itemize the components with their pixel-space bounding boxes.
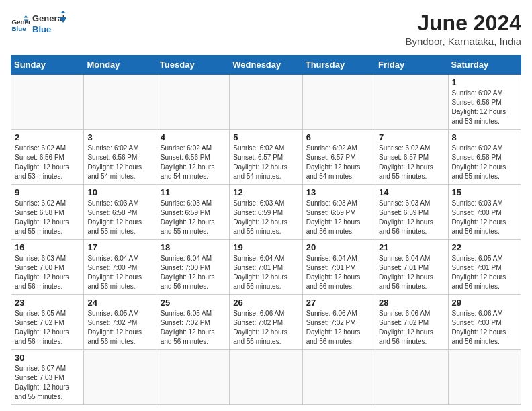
day-number: 18 [161, 242, 226, 253]
day-info: Sunrise: 6:06 AM Sunset: 7:02 PM Dayligh… [233, 309, 298, 347]
calendar-cell: 15Sunrise: 6:03 AM Sunset: 7:00 PM Dayli… [448, 185, 521, 240]
day-info: Sunrise: 6:07 AM Sunset: 7:03 PM Dayligh… [15, 364, 80, 402]
day-number: 23 [15, 298, 80, 308]
day-info: Sunrise: 6:02 AM Sunset: 6:57 PM Dayligh… [306, 144, 371, 181]
day-info: Sunrise: 6:06 AM Sunset: 7:02 PM Dayligh… [379, 309, 444, 347]
day-number: 10 [87, 187, 152, 197]
svg-marker-6 [60, 11, 66, 13]
calendar-week-row: 2Sunrise: 6:02 AM Sunset: 6:56 PM Daylig… [11, 130, 521, 185]
calendar-cell [230, 75, 302, 130]
calendar-cell: 21Sunrise: 6:04 AM Sunset: 7:01 PM Dayli… [375, 240, 448, 295]
day-number: 4 [161, 132, 226, 142]
day-header-thursday: Thursday [302, 56, 375, 75]
day-number: 16 [15, 242, 80, 253]
day-number: 8 [452, 132, 517, 142]
svg-text:Blue: Blue [11, 25, 26, 32]
day-info: Sunrise: 6:05 AM Sunset: 7:01 PM Dayligh… [452, 254, 517, 291]
day-info: Sunrise: 6:03 AM Sunset: 6:59 PM Dayligh… [233, 199, 298, 236]
calendar-cell [84, 350, 157, 405]
day-number: 2 [15, 132, 80, 142]
day-info: Sunrise: 6:03 AM Sunset: 7:00 PM Dayligh… [15, 254, 80, 291]
calendar-cell: 20Sunrise: 6:04 AM Sunset: 7:01 PM Dayli… [302, 240, 375, 295]
day-number: 21 [379, 242, 444, 253]
day-info: Sunrise: 6:02 AM Sunset: 6:58 PM Dayligh… [15, 199, 80, 236]
day-number: 19 [233, 242, 298, 253]
day-info: Sunrise: 6:03 AM Sunset: 6:59 PM Dayligh… [306, 199, 371, 236]
day-info: Sunrise: 6:02 AM Sunset: 6:56 PM Dayligh… [452, 89, 517, 126]
calendar-cell: 1Sunrise: 6:02 AM Sunset: 6:56 PM Daylig… [448, 75, 521, 130]
day-number: 6 [306, 132, 371, 142]
calendar-cell: 10Sunrise: 6:03 AM Sunset: 6:58 PM Dayli… [84, 185, 157, 240]
calendar-cell: 23Sunrise: 6:05 AM Sunset: 7:02 PM Dayli… [11, 295, 84, 350]
day-number: 12 [233, 187, 298, 197]
calendar-cell: 17Sunrise: 6:04 AM Sunset: 7:00 PM Dayli… [84, 240, 157, 295]
day-number: 20 [306, 242, 371, 253]
calendar-cell: 13Sunrise: 6:03 AM Sunset: 6:59 PM Dayli… [302, 185, 375, 240]
day-number: 15 [452, 187, 517, 197]
day-info: Sunrise: 6:02 AM Sunset: 6:57 PM Dayligh… [379, 144, 444, 181]
calendar-cell: 4Sunrise: 6:02 AM Sunset: 6:56 PM Daylig… [157, 130, 229, 185]
calendar-cell: 3Sunrise: 6:02 AM Sunset: 6:56 PM Daylig… [84, 130, 157, 185]
day-info: Sunrise: 6:04 AM Sunset: 7:01 PM Dayligh… [379, 254, 444, 291]
calendar-cell [84, 75, 157, 130]
day-number: 22 [452, 242, 517, 253]
day-number: 5 [233, 132, 298, 142]
day-number: 1 [452, 77, 517, 87]
day-number: 11 [161, 187, 226, 197]
calendar-cell: 8Sunrise: 6:02 AM Sunset: 6:58 PM Daylig… [448, 130, 521, 185]
day-info: Sunrise: 6:06 AM Sunset: 7:02 PM Dayligh… [306, 309, 371, 347]
calendar-cell: 18Sunrise: 6:04 AM Sunset: 7:00 PM Dayli… [157, 240, 229, 295]
calendar-cell: 12Sunrise: 6:03 AM Sunset: 6:59 PM Dayli… [230, 185, 302, 240]
day-info: Sunrise: 6:04 AM Sunset: 7:01 PM Dayligh… [306, 254, 371, 291]
day-info: Sunrise: 6:03 AM Sunset: 6:59 PM Dayligh… [379, 199, 444, 236]
title-area: June 2024 Byndoor, Karnataka, India [405, 11, 521, 47]
calendar-cell [302, 350, 375, 405]
calendar-cell: 26Sunrise: 6:06 AM Sunset: 7:02 PM Dayli… [230, 295, 302, 350]
day-info: Sunrise: 6:03 AM Sunset: 6:59 PM Dayligh… [161, 199, 226, 236]
day-number: 30 [15, 353, 80, 363]
calendar-cell: 2Sunrise: 6:02 AM Sunset: 6:56 PM Daylig… [11, 130, 84, 185]
calendar-week-row: 30Sunrise: 6:07 AM Sunset: 7:03 PM Dayli… [11, 350, 521, 405]
svg-marker-2 [24, 15, 28, 17]
calendar-week-row: 9Sunrise: 6:02 AM Sunset: 6:58 PM Daylig… [11, 185, 521, 240]
day-info: Sunrise: 6:02 AM Sunset: 6:57 PM Dayligh… [233, 144, 298, 181]
day-header-sunday: Sunday [11, 56, 84, 75]
day-number: 28 [379, 298, 444, 308]
calendar-cell: 22Sunrise: 6:05 AM Sunset: 7:01 PM Dayli… [448, 240, 521, 295]
day-info: Sunrise: 6:06 AM Sunset: 7:03 PM Dayligh… [452, 309, 517, 347]
day-number: 14 [379, 187, 444, 197]
calendar-cell: 29Sunrise: 6:06 AM Sunset: 7:03 PM Dayli… [448, 295, 521, 350]
day-info: Sunrise: 6:04 AM Sunset: 7:00 PM Dayligh… [87, 254, 152, 291]
day-number: 24 [87, 298, 152, 308]
day-header-monday: Monday [84, 56, 157, 75]
calendar-cell: 19Sunrise: 6:04 AM Sunset: 7:01 PM Dayli… [230, 240, 302, 295]
calendar-cell [157, 75, 229, 130]
day-number: 13 [306, 187, 371, 197]
generalblue-logo-svg: General Blue [32, 11, 66, 36]
day-number: 9 [15, 187, 80, 197]
calendar-cell [230, 350, 302, 405]
day-number: 17 [87, 242, 152, 253]
day-info: Sunrise: 6:03 AM Sunset: 7:00 PM Dayligh… [452, 199, 517, 236]
calendar-cell: 7Sunrise: 6:02 AM Sunset: 6:57 PM Daylig… [375, 130, 448, 185]
day-info: Sunrise: 6:03 AM Sunset: 6:58 PM Dayligh… [87, 199, 152, 236]
calendar-cell: 24Sunrise: 6:05 AM Sunset: 7:02 PM Dayli… [84, 295, 157, 350]
day-info: Sunrise: 6:02 AM Sunset: 6:58 PM Dayligh… [452, 144, 517, 181]
page-header: General Blue General Blue June 2024 Bynd… [11, 11, 521, 47]
calendar-cell: 30Sunrise: 6:07 AM Sunset: 7:03 PM Dayli… [11, 350, 84, 405]
calendar-table: SundayMondayTuesdayWednesdayThursdayFrid… [11, 55, 521, 405]
calendar-cell: 14Sunrise: 6:03 AM Sunset: 6:59 PM Dayli… [375, 185, 448, 240]
day-info: Sunrise: 6:04 AM Sunset: 7:01 PM Dayligh… [233, 254, 298, 291]
day-header-tuesday: Tuesday [157, 56, 229, 75]
calendar-cell [302, 75, 375, 130]
calendar-week-row: 1Sunrise: 6:02 AM Sunset: 6:56 PM Daylig… [11, 75, 521, 130]
calendar-cell: 6Sunrise: 6:02 AM Sunset: 6:57 PM Daylig… [302, 130, 375, 185]
day-header-saturday: Saturday [448, 56, 521, 75]
day-info: Sunrise: 6:04 AM Sunset: 7:00 PM Dayligh… [161, 254, 226, 291]
day-info: Sunrise: 6:05 AM Sunset: 7:02 PM Dayligh… [15, 309, 80, 347]
calendar-cell: 25Sunrise: 6:05 AM Sunset: 7:02 PM Dayli… [157, 295, 229, 350]
logo-icon: General Blue [11, 14, 30, 33]
calendar-cell [448, 350, 521, 405]
calendar-cell: 5Sunrise: 6:02 AM Sunset: 6:57 PM Daylig… [230, 130, 302, 185]
calendar-cell [157, 350, 229, 405]
